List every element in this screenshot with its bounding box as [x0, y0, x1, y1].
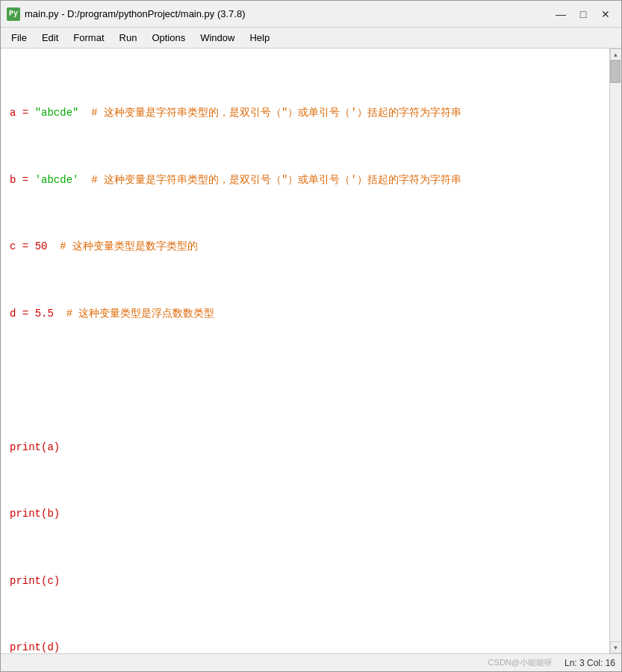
watermark-text: CSDN@小能能呀 — [488, 657, 553, 668]
code-line-6: print(a) — [10, 439, 600, 455]
code-line-5 — [10, 372, 600, 388]
code-line-9: print(d) — [10, 639, 600, 653]
code-line-1: a = "abcde" # 这种变量是字符串类型的，是双引号（"）或单引号（'）… — [10, 105, 600, 121]
menu-window[interactable]: Window — [193, 30, 242, 46]
close-button[interactable]: ✕ — [596, 6, 615, 22]
minimize-button[interactable]: — — [551, 6, 570, 22]
cursor-position: Ln: 3 Col: 16 — [565, 658, 615, 668]
code-line-2: b = 'abcde' # 这种变量是字符串类型的，是双引号（"）或单引号（'）… — [10, 172, 600, 188]
status-bar: CSDN@小能能呀 Ln: 3 Col: 16 — [1, 653, 621, 671]
menu-options[interactable]: Options — [144, 30, 193, 46]
title-bar-left: Py main.py - D:/program/pythonProject/ma… — [7, 7, 246, 21]
menu-help[interactable]: Help — [242, 30, 277, 46]
menu-bar: File Edit Format Run Options Window Help — [1, 28, 621, 49]
menu-format[interactable]: Format — [66, 30, 111, 46]
code-line-7: print(b) — [10, 505, 600, 522]
title-bar-controls: — □ ✕ — [551, 6, 615, 22]
maximize-button[interactable]: □ — [573, 6, 593, 22]
code-line-3: c = 50 # 这种变量类型是数字类型的 — [10, 238, 600, 255]
menu-edit[interactable]: Edit — [34, 30, 66, 46]
window-title: main.py - D:/program/pythonProject/main.… — [25, 8, 246, 19]
menu-file[interactable]: File — [4, 30, 34, 46]
menu-run[interactable]: Run — [112, 30, 145, 46]
scroll-down-arrow[interactable]: ▼ — [610, 641, 622, 653]
code-line-8: print(c) — [10, 573, 600, 589]
code-line-4: d = 5.5 # 这种变量类型是浮点数数类型 — [10, 305, 600, 322]
scroll-up-arrow[interactable]: ▲ — [610, 49, 622, 60]
editor-area: a = "abcde" # 这种变量是字符串类型的，是双引号（"）或单引号（'）… — [1, 49, 621, 653]
title-bar: Py main.py - D:/program/pythonProject/ma… — [1, 1, 621, 28]
scroll-thumb[interactable] — [610, 60, 621, 83]
scroll-track[interactable] — [610, 60, 621, 641]
code-editor[interactable]: a = "abcde" # 这种变量是字符串类型的，是双引号（"）或单引号（'）… — [1, 49, 609, 653]
main-window: Py main.py - D:/program/pythonProject/ma… — [0, 0, 622, 672]
vertical-scrollbar[interactable]: ▲ ▼ — [609, 49, 621, 653]
app-icon: Py — [7, 7, 20, 21]
